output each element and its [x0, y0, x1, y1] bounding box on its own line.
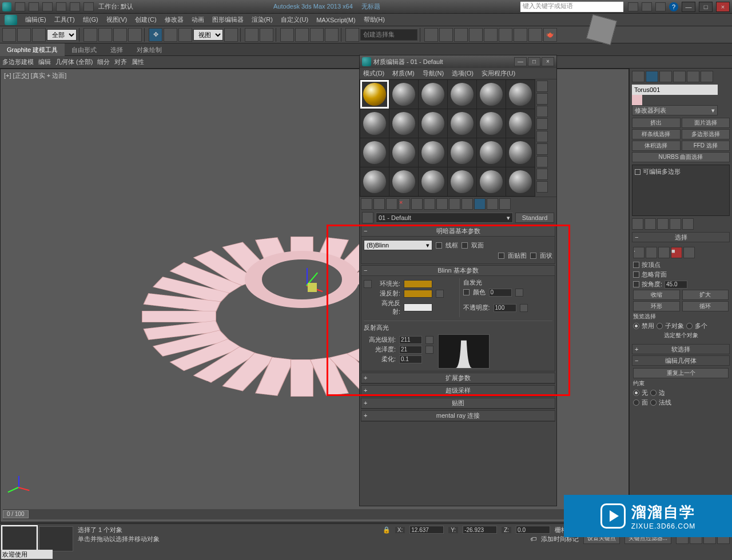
- btn-grow[interactable]: 扩大: [682, 290, 729, 300]
- spec-level-input[interactable]: [399, 336, 422, 344]
- me-titlebar[interactable]: 材质编辑器 - 01 - Default — □ ×: [360, 55, 556, 68]
- me-menu-nav[interactable]: 导航(N): [423, 69, 444, 78]
- spinner-snap-icon[interactable]: [325, 28, 339, 42]
- mentalray-header[interactable]: +mental ray 连接: [361, 411, 555, 421]
- diffuse-map-button[interactable]: [436, 290, 444, 298]
- me-slot[interactable]: [506, 167, 535, 196]
- me-slot[interactable]: [360, 138, 389, 167]
- me-maximize[interactable]: □: [528, 57, 540, 66]
- scale-icon[interactable]: [178, 28, 192, 42]
- selection-filter[interactable]: 全部: [47, 29, 77, 41]
- material-name-dropdown[interactable]: 01 - Default▾: [376, 213, 513, 223]
- qat-open-icon[interactable]: [29, 2, 39, 11]
- vertex-icon[interactable]: ·: [633, 247, 645, 258]
- rad-none[interactable]: [633, 390, 639, 396]
- me-slot[interactable]: [477, 109, 506, 138]
- me-menu-options[interactable]: 选项(O): [452, 69, 474, 78]
- search-input[interactable]: 键入关键字或短语: [520, 2, 623, 12]
- ribbon-sub-3[interactable]: 细分: [97, 58, 110, 66]
- shader-params-header[interactable]: −明暗器基本参数: [361, 226, 555, 237]
- menu-graph[interactable]: 图形编辑器: [212, 15, 244, 24]
- ribbon-tab-selection[interactable]: 选择: [104, 43, 130, 56]
- viewport-label[interactable]: [+] [正交] [真实 + 边面]: [4, 71, 66, 80]
- link-icon[interactable]: [2, 28, 16, 42]
- supersample-header[interactable]: +超级采样: [361, 386, 555, 396]
- select-rect-icon[interactable]: [113, 28, 127, 42]
- me-slot[interactable]: [448, 80, 476, 109]
- layers-icon[interactable]: [454, 28, 468, 42]
- ext-params-header[interactable]: +扩展参数: [361, 373, 555, 383]
- cb-ignore-back[interactable]: [633, 271, 639, 278]
- menu-modifiers[interactable]: 修改器: [165, 15, 184, 24]
- menu-custom[interactable]: 自定义(U): [281, 15, 308, 24]
- material-type-button[interactable]: Standard: [515, 213, 554, 223]
- border-icon[interactable]: [658, 247, 670, 258]
- me-menu-utils[interactable]: 实用程序(U): [482, 69, 515, 78]
- maxscript-listener[interactable]: 欢迎使用 MAXScr: [1, 550, 53, 559]
- schematic-icon[interactable]: [484, 28, 498, 42]
- rollout-soft-sel[interactable]: +软选择: [632, 344, 730, 354]
- qat-undo-icon[interactable]: [56, 2, 66, 11]
- refcoord-dropdown[interactable]: 视图: [193, 29, 223, 41]
- mat-id-icon[interactable]: [449, 198, 460, 210]
- modifier-list-dropdown[interactable]: 修改器列表▾: [632, 105, 718, 115]
- edit-named-icon[interactable]: [345, 28, 359, 42]
- element-icon[interactable]: [683, 247, 695, 258]
- expand-icon[interactable]: [635, 169, 640, 175]
- config-icon[interactable]: [682, 218, 694, 230]
- btn-patch-sel[interactable]: 面片选择: [682, 118, 730, 128]
- tab-create-icon[interactable]: [632, 71, 645, 82]
- me-close[interactable]: ×: [542, 57, 554, 66]
- rad-multi[interactable]: [686, 323, 693, 329]
- cb-by-vertex[interactable]: [633, 262, 639, 268]
- btn-ffd-sel[interactable]: FFD 选择: [682, 141, 730, 151]
- rad-subobj[interactable]: [657, 323, 663, 329]
- cb-faceted[interactable]: [530, 253, 536, 259]
- render-icon[interactable]: 🫖: [543, 28, 557, 42]
- tab-modify-icon[interactable]: [646, 71, 658, 82]
- mat-map-nav-icon[interactable]: [536, 181, 548, 193]
- menu-edit[interactable]: 编辑(E): [25, 15, 46, 24]
- modifier-stack[interactable]: 可编辑多边形: [632, 165, 730, 216]
- put-to-lib-icon[interactable]: [436, 198, 448, 210]
- ribbon-tab-paint[interactable]: 对象绘制: [130, 43, 169, 56]
- named-sel-input[interactable]: [360, 29, 417, 41]
- rad-disable[interactable]: [633, 323, 639, 329]
- make-preview-icon[interactable]: [536, 143, 548, 155]
- unlink-icon[interactable]: [17, 28, 31, 42]
- object-color-swatch[interactable]: [632, 95, 642, 105]
- btn-shrink[interactable]: 收缩: [633, 290, 680, 300]
- qat-save-icon[interactable]: [42, 2, 53, 11]
- blinn-params-header[interactable]: −Blinn 基本参数: [361, 266, 555, 276]
- tab-utilities-icon[interactable]: [701, 71, 713, 82]
- menu-render[interactable]: 渲染(R): [252, 15, 273, 24]
- make-copy-icon[interactable]: [411, 198, 423, 210]
- app-menu-icon[interactable]: [5, 15, 17, 25]
- menu-animation[interactable]: 动画: [192, 15, 204, 24]
- help-icon[interactable]: ?: [669, 2, 678, 11]
- ribbon-sub-0[interactable]: 多边形建模: [2, 58, 34, 66]
- me-minimize[interactable]: —: [514, 57, 527, 66]
- me-slot[interactable]: [448, 109, 476, 138]
- me-slot[interactable]: [389, 109, 418, 138]
- go-forward-icon[interactable]: [499, 198, 511, 210]
- menu-group[interactable]: 组(G): [83, 15, 98, 24]
- btn-spline-sel[interactable]: 样条线选择: [632, 129, 681, 139]
- remove-mod-icon[interactable]: [670, 218, 681, 230]
- me-slot[interactable]: [419, 109, 447, 138]
- curve-ed-icon[interactable]: [469, 28, 483, 42]
- assign-to-sel-icon[interactable]: [386, 198, 397, 210]
- btn-repeat-last[interactable]: 重复上一个: [633, 368, 729, 378]
- coord-x[interactable]: [409, 526, 444, 534]
- rollout-selection[interactable]: −选择: [632, 232, 730, 242]
- select-icon[interactable]: [83, 28, 97, 42]
- window-cross-icon[interactable]: [128, 28, 142, 42]
- ribbon-tab-freeform[interactable]: 自由形式: [65, 43, 104, 56]
- me-slot[interactable]: [477, 167, 506, 196]
- object-name-field[interactable]: Torus001: [632, 85, 718, 95]
- btn-vol-sel[interactable]: 体积选择: [632, 141, 681, 151]
- stack-item-epoly[interactable]: 可编辑多边形: [634, 166, 728, 177]
- pick-material-icon[interactable]: [362, 212, 373, 223]
- rad-edge[interactable]: [650, 390, 657, 396]
- transform-gizmo[interactable]: [289, 268, 324, 302]
